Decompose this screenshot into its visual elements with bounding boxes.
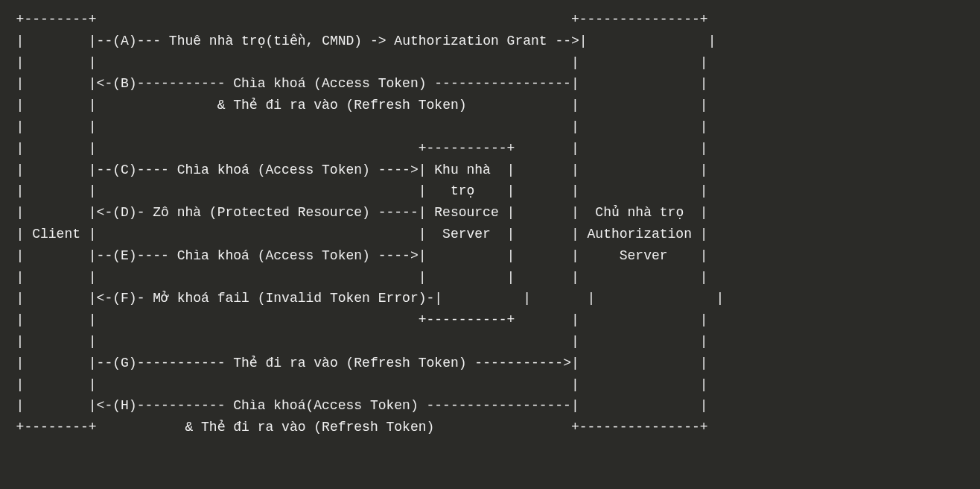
ascii-diagram: +--------+ +---------------+ | |--(A)---… (0, 0, 980, 438)
diagram-line-17: | | | | (0, 377, 708, 392)
diagram-line-14: | | +----------+ | | (0, 312, 708, 327)
diagram-line-9: | |<-(D)- Zô nhà (Protected Resource) --… (0, 205, 708, 220)
diagram-line-0: +--------+ +---------------+ (0, 12, 708, 27)
diagram-line-1: | |--(A)--- Thuê nhà trọ(tiền, CMND) -> … (0, 34, 716, 48)
diagram-line-2: | | | | (0, 55, 708, 70)
diagram-line-13: | |<-(F)- Mở khoá fail (Invalid Token Er… (0, 291, 724, 306)
diagram-line-19: +--------+ & Thẻ đi ra vào (Refresh Toke… (0, 420, 708, 435)
diagram-line-7: | |--(C)---- Chìa khoá (Access Token) --… (0, 163, 708, 177)
diagram-line-6: | | +----------+ | | (0, 141, 708, 156)
diagram-line-8: | | | trọ | | | (0, 183, 708, 198)
diagram-line-15: | | | | (0, 334, 708, 349)
diagram-line-3: | |<-(B)----------- Chìa khoá (Access To… (0, 76, 708, 91)
diagram-line-16: | |--(G)----------- Thẻ đi ra vào (Refre… (0, 356, 708, 370)
diagram-line-4: | | & Thẻ đi ra vào (Refresh Token) | | (0, 98, 708, 113)
diagram-line-12: | | | | | | (0, 270, 708, 285)
diagram-line-11: | |--(E)---- Chìa khoá (Access Token) --… (0, 248, 708, 263)
diagram-line-5: | | | | (0, 119, 708, 134)
diagram-line-18: | |<-(H)----------- Chìa khoá(Access Tok… (0, 398, 708, 413)
diagram-line-10: | Client | | Server | | Authorization | (0, 227, 708, 242)
